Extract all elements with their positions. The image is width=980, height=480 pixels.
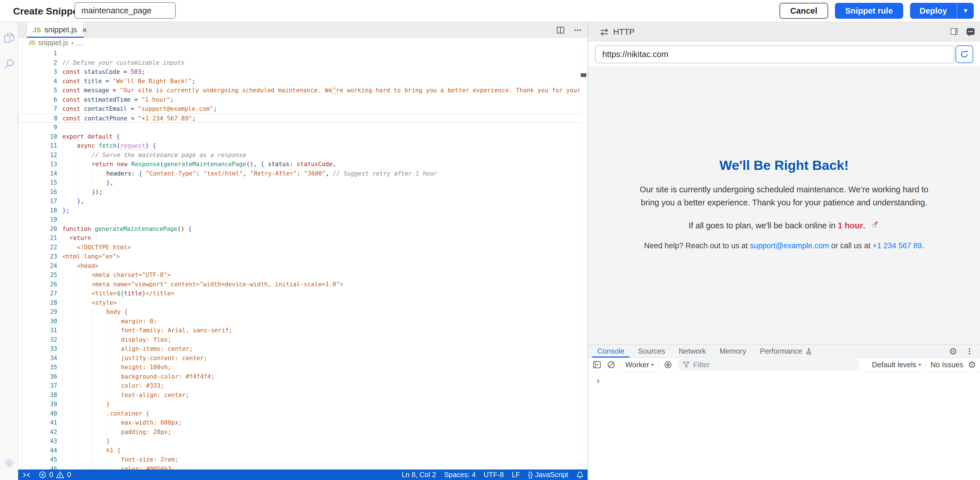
chat-feedback-icon[interactable]: [966, 27, 975, 37]
code-line[interactable]: 43 }: [18, 437, 580, 446]
code-line[interactable]: 30 margin: 0;: [18, 317, 580, 326]
code-line[interactable]: 37 color: #333;: [18, 381, 580, 391]
line-number: 16: [18, 187, 57, 197]
code-line[interactable]: 32 display: flex;: [18, 335, 580, 345]
editor-scrollbar[interactable]: [580, 48, 587, 469]
tab-snippet-js[interactable]: JS snippet.js ×: [27, 22, 84, 38]
scrollbar-mark: [581, 73, 586, 77]
code-line[interactable]: 38 text-align: center;: [18, 391, 580, 400]
code-line[interactable]: 2// Define your customizable inputs: [18, 58, 580, 68]
problems-indicator[interactable]: 0 0: [35, 469, 75, 480]
code-line[interactable]: 14 headers: { "Content-Type": "text/html…: [18, 169, 580, 178]
devtools-tab-performance[interactable]: Performance: [753, 345, 819, 358]
console-settings-gear-icon[interactable]: ⚙: [968, 359, 976, 370]
code-line[interactable]: 18};: [18, 206, 580, 215]
split-editor-icon[interactable]: [556, 25, 565, 35]
code-line[interactable]: 7const contactEmail = "support@example.c…: [18, 104, 580, 114]
code-line[interactable]: 41 max-width: 600px;: [18, 418, 580, 428]
breadcrumb-file[interactable]: snippet.js: [38, 39, 68, 47]
code-line[interactable]: 45 font-size: 2rem;: [18, 455, 580, 464]
console-output[interactable]: ›: [588, 372, 980, 480]
console-filter-input[interactable]: Filter: [678, 359, 859, 371]
code-line[interactable]: 3const statusCode = 503;: [18, 67, 580, 77]
breadcrumb[interactable]: JS snippet.js › …: [18, 38, 587, 48]
issues-counter[interactable]: No Issues: [931, 360, 964, 369]
code-line[interactable]: 9: [18, 123, 580, 132]
code-line[interactable]: 4const title = "We'll Be Right Back!";: [18, 77, 580, 86]
clear-console-icon[interactable]: [606, 360, 616, 369]
code-line[interactable]: 24 <head>: [18, 261, 580, 271]
code-line[interactable]: 20function generateMaintenancePage() {: [18, 224, 580, 234]
code-line[interactable]: 29 body {: [18, 307, 580, 317]
console-sidebar-toggle-icon[interactable]: [592, 360, 602, 369]
language-mode[interactable]: {} JavaScript: [524, 470, 572, 479]
deploy-dropdown-button[interactable]: ▼: [957, 3, 974, 19]
code-line[interactable]: 27 <title>${title}</title>: [18, 289, 580, 298]
snippet-name-input[interactable]: [75, 2, 176, 19]
devtools-tab-memory[interactable]: Memory: [713, 345, 753, 358]
code-line[interactable]: 34 justify-content: center;: [18, 353, 580, 363]
code-line[interactable]: 44 h1 {: [18, 446, 580, 455]
code-line[interactable]: 39 }: [18, 400, 580, 409]
code-line[interactable]: 17 },: [18, 196, 580, 206]
devtools-tab-network[interactable]: Network: [672, 345, 713, 358]
line-text: height: 100vh;: [57, 363, 171, 372]
code-line[interactable]: 15 },: [18, 178, 580, 187]
remote-indicator[interactable]: [18, 469, 35, 480]
code-line[interactable]: 35 height: 100vh;: [18, 363, 580, 372]
code-line[interactable]: 8const contactPhone = "+1 234 567 89";: [18, 114, 580, 123]
code-line[interactable]: 13 return new Response(generateMaintenan…: [18, 160, 580, 169]
code-line[interactable]: 21 return `: [18, 233, 580, 243]
code-editor[interactable]: 12// Define your customizable inputs3con…: [18, 48, 580, 469]
preview-url-input[interactable]: [595, 45, 955, 63]
code-line[interactable]: 6const estimatedTime = "1 hour";: [18, 95, 580, 105]
code-line[interactable]: 22 <!DOCTYPE html>: [18, 243, 580, 252]
log-levels-dropdown[interactable]: Default levels ▾: [872, 360, 921, 369]
phone-link[interactable]: +1 234 567 89: [872, 241, 922, 250]
code-line[interactable]: 12 // Serve the maintenance page as a re…: [18, 150, 580, 160]
code-line[interactable]: 11 async fetch(request) {: [18, 141, 580, 150]
code-line[interactable]: 5const message = "Our site is currently …: [18, 86, 580, 95]
console-prompt[interactable]: ›: [595, 376, 601, 386]
console-context-dropdown[interactable]: Worker ▾: [625, 360, 654, 369]
breadcrumb-more[interactable]: …: [76, 39, 83, 47]
code-line[interactable]: 42 padding: 20px;: [18, 428, 580, 437]
code-line[interactable]: 1: [18, 49, 580, 58]
code-line[interactable]: 26 <meta name="viewport" content="width=…: [18, 280, 580, 289]
live-expression-eye-icon[interactable]: [663, 360, 673, 369]
devtools-tab-sources[interactable]: Sources: [631, 345, 672, 358]
encoding-setting[interactable]: UTF-8: [480, 470, 508, 479]
editor-pane: JS snippet.js × JS snippet.js › … 12// D…: [18, 22, 587, 480]
code-line[interactable]: 40 .container {: [18, 409, 580, 418]
code-line[interactable]: 16 });: [18, 187, 580, 197]
devtools-tab-console[interactable]: Console: [590, 345, 631, 358]
settings-gear-icon[interactable]: [3, 457, 15, 469]
notifications-bell-icon[interactable]: [572, 471, 587, 479]
code-line[interactable]: 31 font-family: Arial, sans-serif;: [18, 326, 580, 335]
code-line[interactable]: 36 background-color: #f4f4f4;: [18, 372, 580, 382]
docs-book-icon[interactable]: [949, 27, 959, 37]
support-email-link[interactable]: support@example.com: [750, 241, 829, 250]
code-line[interactable]: 23<html lang="en">: [18, 252, 580, 261]
code-line[interactable]: 25 <meta charset="UTF-8">: [18, 270, 580, 280]
snippet-rule-button[interactable]: Snippet rule: [835, 3, 903, 19]
cancel-button[interactable]: Cancel: [780, 3, 828, 19]
deploy-button[interactable]: Deploy: [910, 3, 957, 19]
code-line[interactable]: 10export default {: [18, 132, 580, 141]
error-count: 0: [49, 470, 53, 479]
cursor-position[interactable]: Ln 8, Col 2: [398, 470, 440, 479]
search-icon[interactable]: [3, 58, 15, 70]
close-tab-icon[interactable]: ×: [82, 25, 87, 35]
more-actions-icon[interactable]: [573, 25, 582, 35]
devtools-settings-gear-icon[interactable]: ⚙: [949, 346, 957, 357]
code-line[interactable]: 33 align-items: center;: [18, 344, 580, 353]
code-line[interactable]: 19: [18, 215, 580, 224]
refresh-button[interactable]: [956, 46, 973, 63]
code-line[interactable]: 46 color: #0056b3;: [18, 464, 580, 470]
files-icon[interactable]: [3, 32, 15, 44]
indentation-setting[interactable]: Spaces: 4: [440, 470, 479, 479]
eol-setting[interactable]: LF: [508, 470, 524, 479]
tab-http[interactable]: HTTP: [592, 22, 642, 41]
devtools-menu-icon[interactable]: [965, 347, 974, 356]
code-line[interactable]: 28 <style>: [18, 298, 580, 307]
